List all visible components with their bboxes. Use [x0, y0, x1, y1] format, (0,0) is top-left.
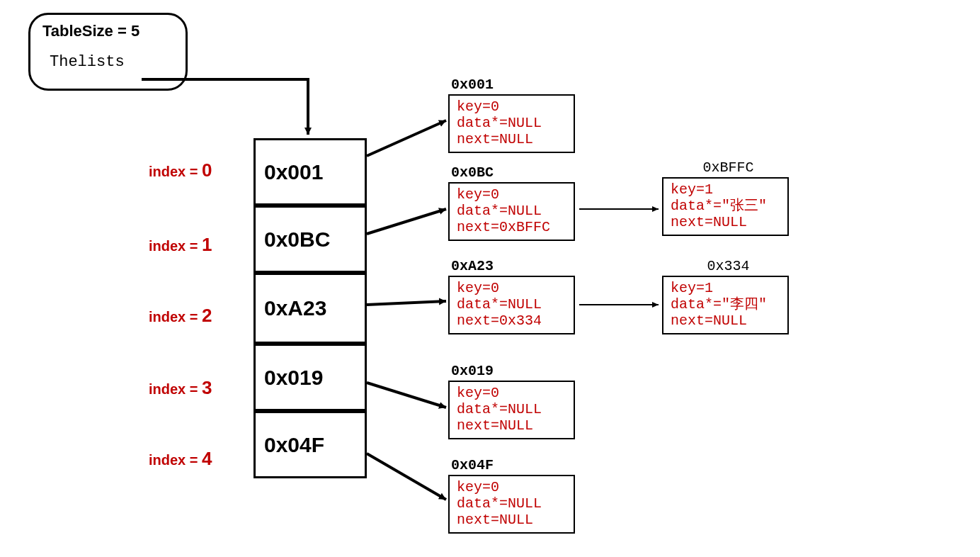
index-prefix: index = [149, 381, 202, 397]
node-next: next=0xBFFC [457, 219, 566, 235]
node-key: key=0 [457, 280, 566, 296]
tablesize-label: TableSize = 5 [42, 22, 186, 40]
svg-line-3 [367, 383, 446, 407]
bucket-cell-1: 0x0BC [253, 206, 367, 273]
index-label-3: index = 3 [149, 377, 212, 399]
node-next: next=NULL [457, 417, 566, 434]
node-next: next=NULL [671, 313, 780, 329]
bucket-addr: 0x019 [264, 366, 323, 390]
index-label-0: index = 0 [149, 159, 212, 181]
index-label-2: index = 2 [149, 305, 212, 327]
bucket-cell-0: 0x001 [253, 138, 367, 206]
bucket-addr: 0x0BC [264, 227, 330, 252]
node-body: key=0 data*=NULL next=NULL [448, 94, 575, 153]
node-data: data*=NULL [457, 203, 566, 219]
svg-line-1 [367, 209, 446, 234]
node-key: key=0 [457, 186, 566, 203]
node-data: data*=NULL [457, 115, 566, 131]
node-0x334: 0x334 key=1 data*="李四" next=NULL [662, 258, 789, 334]
bucket-addr: 0xA23 [264, 296, 326, 320]
node-0x019: 0x019 key=0 data*=NULL next=NULL [448, 363, 575, 439]
index-prefix: index = [149, 238, 202, 254]
node-0x0BC: 0x0BC key=0 data*=NULL next=0xBFFC [448, 164, 575, 241]
node-address-label: 0xA23 [451, 258, 575, 274]
node-data: data*=NULL [457, 401, 566, 417]
node-body: key=0 data*=NULL next=0xBFFC [448, 182, 575, 241]
svg-line-2 [367, 301, 446, 305]
index-label-4: index = 4 [149, 448, 212, 470]
bucket-cell-4: 0x04F [253, 411, 367, 478]
index-prefix: index = [149, 309, 202, 325]
header-box: TableSize = 5 Thelists [28, 13, 188, 91]
node-body: key=1 data*="李四" next=NULL [662, 276, 789, 334]
node-body: key=1 data*="张三" next=NULL [662, 177, 789, 236]
index-prefix: index = [149, 452, 202, 468]
bucket-cell-2: 0xA23 [253, 273, 367, 344]
index-value: 1 [202, 234, 212, 255]
node-address-label: 0x334 [665, 258, 792, 274]
node-address-label: 0x019 [451, 363, 575, 379]
node-key: key=1 [671, 181, 780, 198]
node-next: next=NULL [457, 131, 566, 147]
node-data: data*=NULL [457, 495, 566, 512]
node-next: next=NULL [457, 512, 566, 528]
index-prefix: index = [149, 164, 202, 179]
thelists-label: Thelists [50, 53, 186, 71]
node-body: key=0 data*=NULL next=0x334 [448, 276, 575, 334]
node-0xA23: 0xA23 key=0 data*=NULL next=0x334 [448, 258, 575, 334]
diagram-canvas: TableSize = 5 Thelists index = 0 index =… [0, 0, 980, 557]
node-key: key=0 [457, 99, 566, 115]
index-label-1: index = 1 [149, 234, 212, 256]
bucket-addr: 0x04F [264, 433, 324, 457]
node-key: key=0 [457, 385, 566, 401]
bucket-addr: 0x001 [264, 160, 323, 184]
node-0x001: 0x001 key=0 data*=NULL next=NULL [448, 77, 575, 153]
node-body: key=0 data*=NULL next=NULL [448, 475, 575, 534]
node-address-label: 0x001 [451, 77, 575, 93]
node-0xBFFC: 0xBFFC key=1 data*="张三" next=NULL [662, 159, 789, 236]
node-next: next=0x334 [457, 313, 566, 329]
node-key: key=1 [671, 280, 780, 296]
svg-line-0 [367, 120, 446, 156]
node-data: data*="李四" [671, 296, 780, 313]
node-key: key=0 [457, 479, 566, 495]
index-value: 2 [202, 305, 212, 326]
node-next: next=NULL [671, 214, 780, 230]
node-address-label: 0x04F [451, 457, 575, 473]
index-value: 3 [202, 377, 212, 398]
node-data: data*="张三" [671, 198, 780, 214]
node-address-label: 0xBFFC [665, 159, 792, 176]
node-0x04F: 0x04F key=0 data*=NULL next=NULL [448, 457, 575, 534]
node-body: key=0 data*=NULL next=NULL [448, 381, 575, 439]
index-value: 4 [202, 448, 212, 469]
svg-line-4 [367, 454, 446, 500]
node-address-label: 0x0BC [451, 164, 575, 181]
node-data: data*=NULL [457, 296, 566, 313]
bucket-cell-3: 0x019 [253, 344, 367, 411]
index-value: 0 [202, 159, 212, 181]
